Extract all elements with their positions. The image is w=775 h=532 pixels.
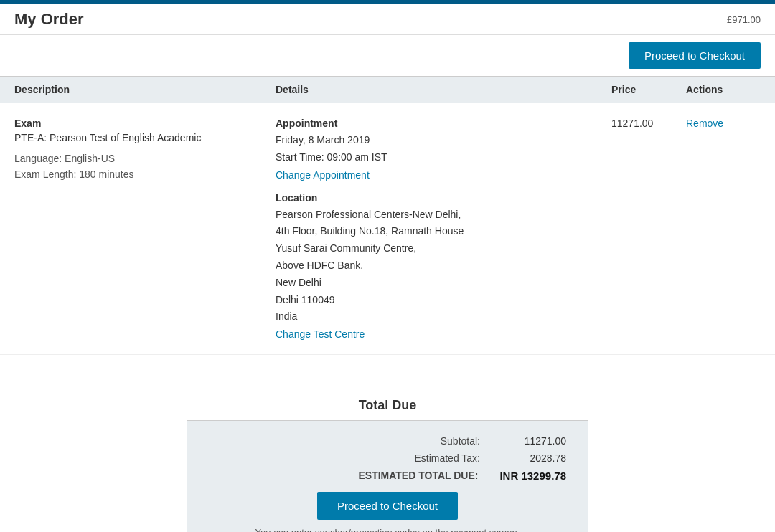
location-label: Location	[276, 192, 611, 204]
appointment-label: Appointment	[276, 118, 611, 129]
exam-length: Exam Length: 180 minutes	[14, 166, 276, 182]
location-line1: Pearson Professional Centers-New Delhi,	[276, 206, 611, 224]
order-row: Exam PTE-A: Pearson Test of English Acad…	[0, 103, 775, 355]
col-header-details: Details	[276, 84, 611, 95]
change-appointment-link[interactable]: Change Appointment	[276, 169, 370, 181]
location-line4: Above HDFC Bank,	[276, 257, 611, 275]
voucher-info: You can enter voucher/promotion codes on…	[209, 527, 566, 532]
proceed-to-checkout-bottom-button[interactable]: Proceed to Checkout	[317, 492, 458, 520]
remove-link[interactable]: Remove	[686, 118, 723, 129]
appointment-date: Friday, 8 March 2019	[276, 132, 611, 149]
col-header-price: Price	[611, 84, 686, 95]
subtotal-value: 11271.00	[502, 435, 566, 447]
estimated-total-value: INR 13299.78	[499, 470, 566, 482]
estimated-tax-row: Estimated Tax: 2028.78	[209, 452, 566, 464]
order-price: 11271.00	[611, 118, 686, 340]
estimated-total-label: ESTIMATED TOTAL DUE:	[358, 470, 478, 482]
total-card: Subtotal: 11271.00 Estimated Tax: 2028.7…	[187, 420, 588, 532]
location-line2: 4th Floor, Building No.18, Ramnath House	[276, 223, 611, 240]
exam-language: Language: English-US	[14, 151, 276, 166]
location-line7: India	[276, 308, 611, 326]
appointment-start-time: Start Time: 09:00 am IST	[276, 149, 611, 166]
checkout-top-area: Proceed to Checkout	[0, 35, 775, 76]
location-line3: Yusuf Sarai Community Centre,	[276, 240, 611, 257]
checkout-bottom-area: Proceed to Checkout	[209, 492, 566, 520]
subtotal-label: Subtotal:	[441, 435, 480, 447]
order-actions: Remove	[686, 118, 761, 340]
order-description: Exam PTE-A: Pearson Test of English Acad…	[14, 118, 276, 340]
total-due-title: Total Due	[359, 398, 417, 413]
total-section: Total Due Subtotal: 11271.00 Estimated T…	[0, 398, 775, 532]
location-line6: Delhi 110049	[276, 292, 611, 309]
order-details: Appointment Friday, 8 March 2019 Start T…	[276, 118, 611, 340]
location-line5: New Delhi	[276, 275, 611, 292]
exam-label: Exam	[14, 118, 276, 129]
table-header: Description Details Price Actions	[0, 76, 775, 103]
estimated-total-row: ESTIMATED TOTAL DUE: INR 13299.78	[209, 470, 566, 482]
col-header-description: Description	[14, 84, 276, 95]
account-info: £971.00	[727, 14, 761, 25]
header: My Order £971.00	[0, 4, 775, 35]
page-title: My Order	[14, 10, 84, 29]
exam-name: PTE-A: Pearson Test of English Academic	[14, 132, 276, 143]
change-test-centre-link[interactable]: Change Test Centre	[276, 328, 365, 340]
col-header-actions: Actions	[686, 84, 761, 95]
estimated-tax-label: Estimated Tax:	[414, 452, 480, 464]
proceed-to-checkout-top-button[interactable]: Proceed to Checkout	[629, 42, 761, 69]
estimated-tax-value: 2028.78	[502, 452, 566, 464]
subtotal-row: Subtotal: 11271.00	[209, 435, 566, 447]
